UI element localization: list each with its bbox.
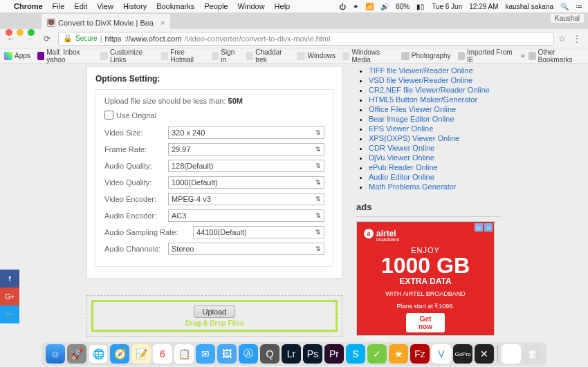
volume-icon[interactable]: 🔊 bbox=[380, 3, 389, 10]
dock-app-green[interactable]: ✓ bbox=[367, 344, 387, 364]
bookmark-customize[interactable]: Customize Links bbox=[100, 48, 154, 64]
sidebar-link[interactable]: Bear Image Editor Online bbox=[369, 115, 454, 123]
dock-preview[interactable]: 🖼 bbox=[217, 344, 237, 364]
dock-skype[interactable]: S bbox=[346, 344, 365, 364]
googleplus-share-button[interactable]: G+ bbox=[0, 288, 19, 305]
sidebar-link[interactable]: TIFF file Viewer/Reader Online bbox=[369, 66, 473, 75]
dock-mail[interactable]: ✉ bbox=[196, 344, 215, 364]
sidebar-link[interactable]: XPS(OXPS) Viewer Online bbox=[369, 134, 459, 142]
nav-reload-button[interactable]: ⟳ bbox=[40, 32, 54, 46]
dock-lightroom[interactable]: Lr bbox=[282, 344, 301, 364]
bookmark-imported[interactable]: Imported From IE bbox=[458, 48, 514, 64]
sidebar-link[interactable]: DjVu Viewer Online bbox=[369, 153, 434, 162]
bookmark-star-icon[interactable]: ☆ bbox=[558, 34, 566, 44]
twitter-share-button[interactable]: 🐦 bbox=[0, 305, 19, 323]
minimize-window-button[interactable] bbox=[17, 29, 24, 36]
menubar-app[interactable]: Chrome bbox=[14, 2, 43, 10]
bookmarks-overflow-icon[interactable]: » bbox=[521, 52, 525, 59]
audio-channels-select[interactable]: Stereo⇅ bbox=[168, 243, 324, 255]
page-viewport[interactable]: Options Setting: Upload file size should… bbox=[0, 64, 588, 341]
dock-downloads[interactable]: ⬇ bbox=[502, 344, 521, 364]
menu-help[interactable]: Help bbox=[275, 2, 291, 10]
use-original-checkbox[interactable] bbox=[104, 111, 113, 120]
dock-app-orange[interactable]: ★ bbox=[389, 344, 408, 364]
profile-badge[interactable]: Kaushal bbox=[551, 14, 584, 23]
frame-rate-select[interactable]: 29.97⇅ bbox=[168, 143, 324, 156]
sidebar-link[interactable]: Math Problems Generator bbox=[369, 182, 457, 191]
ad-cta-button[interactable]: Get now bbox=[406, 313, 445, 332]
ad-banner[interactable]: ▷× aairtel broadband ENJOY 1000 GB EXTRA… bbox=[356, 221, 495, 336]
address-input[interactable]: 🔒 Secure | https://www.ofoct.com/video-c… bbox=[58, 32, 554, 46]
sidebar-link[interactable]: EPS Viewer Online bbox=[369, 124, 433, 133]
bookmark-mail[interactable]: Mail: Inbox yahoo bbox=[37, 48, 94, 64]
dock-photoshop[interactable]: Ps bbox=[303, 344, 322, 364]
dock-gopro[interactable]: GoPro bbox=[453, 344, 472, 364]
menu-view[interactable]: View bbox=[97, 2, 113, 10]
sidebar-link[interactable]: CDR Viewer Online bbox=[369, 144, 434, 152]
audio-encoder-select[interactable]: AC3⇅ bbox=[168, 209, 324, 222]
ad-close-icon[interactable]: × bbox=[484, 223, 493, 232]
close-window-button[interactable] bbox=[6, 29, 12, 36]
browser-tab[interactable]: 🐻 Convert to DivX Movie | Bea × bbox=[42, 14, 170, 29]
menu-history[interactable]: History bbox=[123, 2, 147, 10]
sidebar-link[interactable]: HTML5 Button Maker/Generator bbox=[369, 95, 477, 104]
dock-launchpad[interactable]: 🚀 bbox=[67, 344, 86, 364]
dock-finder[interactable]: ☺ bbox=[46, 344, 65, 364]
video-encoder-label: Video Encoder: bbox=[104, 195, 156, 203]
power-icon[interactable]: ⏻ bbox=[339, 3, 346, 10]
window-controls bbox=[6, 29, 35, 36]
bookmark-chaddar[interactable]: Chaddar trek bbox=[246, 48, 291, 64]
dock-reminders[interactable]: 📋 bbox=[174, 344, 194, 364]
dock-app-v[interactable]: V bbox=[432, 344, 451, 364]
adchoices-icon[interactable]: ▷ bbox=[475, 223, 483, 232]
sidebar-link[interactable]: Office Files Viewer Online bbox=[369, 105, 456, 113]
sidebar-link[interactable]: ePub Reader Online bbox=[369, 163, 438, 171]
sidebar-link[interactable]: CR2,NEF file Viewer/Reader Online bbox=[369, 86, 490, 94]
dock-quicktime[interactable]: Q bbox=[260, 344, 279, 364]
video-size-select[interactable]: 320 x 240⇅ bbox=[168, 126, 324, 139]
dock-trash[interactable]: 🗑 bbox=[523, 344, 542, 364]
sidebar-link[interactable]: VSD file Viewer/Reader Online bbox=[369, 76, 472, 84]
bookmark-signin[interactable]: Sign in bbox=[212, 48, 239, 64]
spotlight-icon[interactable]: 🔍 bbox=[560, 3, 569, 10]
menu-people[interactable]: People bbox=[204, 2, 228, 10]
menubar-date[interactable]: Tue 6 Jun bbox=[432, 3, 462, 10]
upload-button[interactable]: Upload bbox=[194, 305, 236, 318]
menu-button[interactable]: ⋮ bbox=[570, 32, 584, 46]
wifi-icon[interactable]: 📶 bbox=[365, 3, 374, 10]
dock-premiere[interactable]: Pr bbox=[324, 344, 344, 364]
bookmark-windows-media[interactable]: Windows Media bbox=[342, 48, 394, 64]
other-bookmarks[interactable]: Other Bookmarks bbox=[529, 48, 584, 64]
video-quality-select[interactable]: 1000(Default)⇅ bbox=[168, 176, 324, 189]
dock-appstore[interactable]: Ⓐ bbox=[239, 344, 258, 364]
menu-window[interactable]: Window bbox=[237, 2, 264, 10]
dock-notes[interactable]: 📝 bbox=[131, 344, 151, 364]
battery-icon[interactable]: ▮▯ bbox=[416, 3, 425, 10]
menubar-user[interactable]: kaushal sakaria bbox=[506, 3, 553, 10]
menubar-time[interactable]: 12:29 AM bbox=[469, 3, 498, 10]
sidebar-link[interactable]: Audio Editor Online bbox=[369, 173, 434, 181]
dock-filezilla[interactable]: Fz bbox=[410, 344, 430, 364]
bookmark-photography[interactable]: Photography bbox=[401, 52, 451, 60]
bookmark-apps[interactable]: Apps bbox=[4, 52, 30, 60]
facebook-share-button[interactable]: f bbox=[0, 270, 19, 288]
video-encoder-select[interactable]: MPEG-4 v3⇅ bbox=[168, 193, 324, 205]
dock-safari[interactable]: 🧭 bbox=[110, 344, 129, 364]
audio-quality-select[interactable]: 128(Default)⇅ bbox=[168, 160, 324, 172]
bookmark-windows[interactable]: Windows bbox=[297, 52, 336, 60]
dock-chrome[interactable]: 🌐 bbox=[89, 344, 108, 364]
sampling-rate-select[interactable]: 44100(Default)⇅ bbox=[193, 226, 324, 238]
tab-close-icon[interactable]: × bbox=[160, 19, 165, 27]
secure-lock-icon: 🔒 bbox=[63, 34, 73, 43]
dock-app-x[interactable]: ✕ bbox=[475, 344, 494, 364]
menu-edit[interactable]: Edit bbox=[74, 2, 87, 10]
frame-rate-label: Frame Rate: bbox=[104, 145, 147, 153]
bluetooth-icon[interactable]: ⁕ bbox=[353, 3, 358, 10]
dock-calendar[interactable]: 6 bbox=[153, 344, 172, 364]
menu-extra-icon[interactable]: ≔ bbox=[576, 3, 582, 10]
fullscreen-window-button[interactable] bbox=[28, 29, 35, 36]
menu-file[interactable]: File bbox=[53, 2, 65, 10]
menu-bookmarks[interactable]: Bookmarks bbox=[156, 2, 194, 10]
bookmark-hotmail[interactable]: Free Hotmail bbox=[161, 48, 205, 64]
upload-dropzone[interactable]: Upload Drag & Drop Files bbox=[86, 295, 342, 337]
